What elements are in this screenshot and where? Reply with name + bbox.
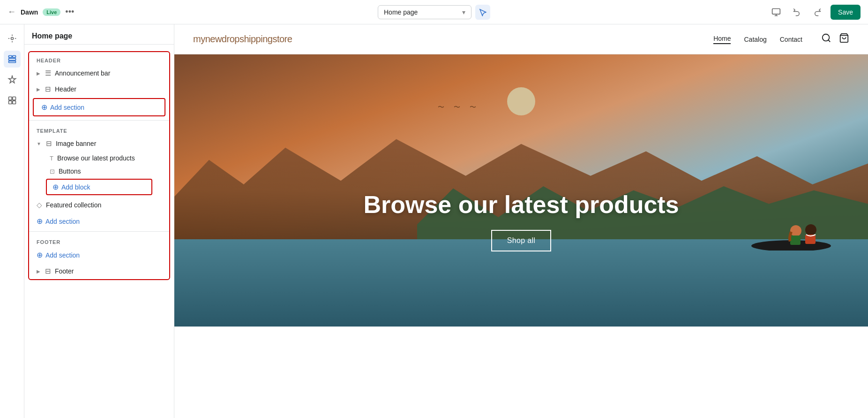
store-search-button[interactable] [821,33,831,46]
undo-button[interactable] [789,5,804,20]
preview-area: mynewdropshippingstore Home Catalog Cont… [174,24,868,418]
hero-birds: 〜 〜 〜 [438,103,480,112]
add-section-footer-label: Add section [45,251,80,259]
svg-rect-6 [8,97,12,100]
chevron-right-icon-3: ▶ [37,269,40,274]
image-banner-icon: ⊟ [46,139,52,148]
add-section-template-button[interactable]: ⊕ Add section [29,213,169,229]
sidebar-content: HEADER ▶ ☰ Announcement bar ▶ ⊟ Header [24,45,174,418]
add-block-button[interactable]: ⊕ Add block [47,180,151,194]
svg-rect-9 [12,101,15,104]
footer-group-label: FOOTER [29,234,169,247]
rail-navigate-icon[interactable] [4,30,21,47]
svg-rect-8 [8,101,12,104]
icon-rail [0,24,24,418]
text-icon: T [50,155,53,162]
divider-1 [29,120,169,121]
desktop-view-button[interactable] [769,5,784,20]
sidebar: Home page HEADER ▶ ☰ Announcement bar ▶ … [24,24,174,418]
diamond-icon: ◇ [37,201,42,209]
store-nav: mynewdropshippingstore Home Catalog Cont… [174,24,868,54]
buttons-label: Buttons [59,167,81,175]
sidebar-title: Home page [32,32,72,40]
chevron-down-icon-2: ▼ [37,141,41,146]
theme-name: Dawn [21,8,38,16]
add-block-highlight: ⊕ Add block [46,179,152,195]
main-layout: Home page HEADER ▶ ☰ Announcement bar ▶ … [0,24,868,418]
header-label: Header [55,85,76,93]
template-group-label: TEMPLATE [29,122,169,136]
nav-link-catalog[interactable]: Catalog [744,36,766,43]
add-section-template-label: Add section [45,218,80,225]
redo-button[interactable] [810,5,825,20]
announcement-bar-label: Announcement bar [55,69,110,77]
rail-blocks-icon[interactable] [4,92,21,109]
header-template-footer-highlight: HEADER ▶ ☰ Announcement bar ▶ ⊟ Header [28,51,170,280]
add-block-label: Add block [61,183,90,191]
chevron-right-icon: ▶ [37,71,40,76]
chevron-down-icon: ▾ [462,8,465,16]
hero-background: 〜 〜 〜 [174,54,868,327]
page-selector[interactable]: Home page ▾ [378,5,471,19]
add-section-header-label: Add section [50,104,84,111]
featured-collection-label: Featured collection [46,201,101,209]
sidebar-item-footer[interactable]: ▶ ⊟ Footer [29,263,169,279]
plus-circle-icon-3: ⊕ [37,217,43,226]
svg-point-1 [11,38,13,40]
sidebar-item-header[interactable]: ▶ ⊟ Header [29,81,169,97]
svg-rect-3 [12,56,15,58]
store-nav-icons [821,33,849,46]
svg-rect-5 [8,61,15,62]
page-selector-value: Home page [384,8,418,16]
add-section-footer-button[interactable]: ⊕ Add section [29,247,169,263]
hero-text-overlay: Browse our latest products Shop all [174,190,868,251]
hero-section: 〜 〜 〜 [174,54,868,327]
divider-2 [29,231,169,232]
footer-group: FOOTER ⊕ Add section ▶ ⊟ Footer [29,234,169,279]
svg-point-11 [823,34,830,41]
live-badge: Live [43,8,60,16]
add-section-header-highlight: ⊕ Add section [33,98,165,116]
rail-sections-icon[interactable] [4,51,21,68]
cursor-tool-button[interactable] [475,5,490,20]
svg-rect-2 [8,56,12,58]
sidebar-item-featured-collection[interactable]: ◇ Featured collection [29,197,169,213]
plus-circle-icon: ⊕ [41,103,47,112]
sidebar-item-image-banner[interactable]: ▼ ⊟ Image banner [29,136,169,152]
plus-circle-icon-2: ⊕ [52,182,59,191]
header-group: HEADER ▶ ☰ Announcement bar ▶ ⊟ Header [29,52,169,97]
save-button[interactable]: Save [831,5,861,20]
sidebar-subitem-buttons[interactable]: ⊡ Buttons [29,165,169,178]
preview-frame: mynewdropshippingstore Home Catalog Cont… [174,24,868,418]
store-cart-button[interactable] [839,33,849,46]
topbar-right: Save [769,5,861,20]
header-icon: ⊟ [45,85,51,93]
store-logo: mynewdropshippingstore [193,34,713,45]
shop-all-button[interactable]: Shop all [491,230,551,251]
nav-link-contact[interactable]: Contact [780,36,802,43]
svg-rect-7 [12,97,15,100]
footer-label: Footer [55,267,74,275]
plus-circle-icon-4: ⊕ [37,251,43,259]
store-nav-links: Home Catalog Contact [713,35,802,44]
hero-headline: Browse our latest products [174,190,868,219]
nav-link-home[interactable]: Home [713,35,731,44]
announcement-bar-icon: ☰ [45,69,51,77]
hero-sun [507,87,535,115]
sidebar-subitem-browse[interactable]: T Browse our latest products [29,152,169,165]
sidebar-item-announcement-bar[interactable]: ▶ ☰ Announcement bar [29,65,169,81]
hero-water [174,239,868,327]
rail-customize-icon[interactable] [4,71,21,88]
footer-icon: ⊟ [45,267,51,275]
more-options-button[interactable]: ••• [65,7,74,17]
back-icon[interactable]: ← [7,7,16,17]
sidebar-header: Home page [24,24,174,45]
svg-rect-0 [772,8,780,14]
template-group: TEMPLATE ▼ ⊟ Image banner T Browse our l… [29,122,169,229]
chevron-right-icon-2: ▶ [37,87,40,92]
topbar-center: Home page ▾ [378,5,490,20]
add-section-header-button[interactable]: ⊕ Add section [34,99,165,115]
buttons-icon: ⊡ [50,168,55,175]
topbar: ← Dawn Live ••• Home page ▾ Save [0,0,868,24]
svg-rect-4 [8,58,15,60]
